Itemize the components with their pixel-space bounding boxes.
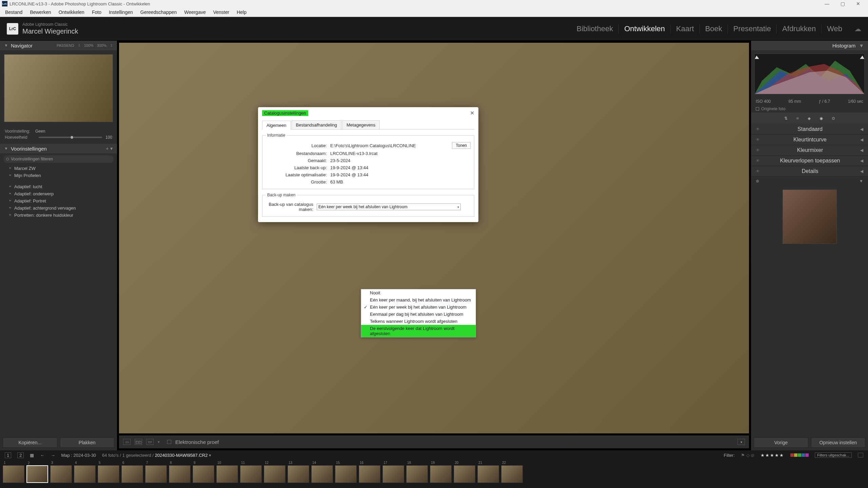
filmstrip-thumb[interactable]: 5	[98, 465, 119, 483]
cloud-sync-icon[interactable]: ☁	[854, 25, 861, 33]
menu-weergave[interactable]: Weergave	[180, 9, 210, 15]
navigator-preview[interactable]	[4, 54, 113, 122]
folder-path-label[interactable]: Map : 2024-03-30	[61, 453, 96, 458]
panel-visibility-icon[interactable]: 👁	[756, 137, 760, 142]
filmstrip-thumb[interactable]: 4	[74, 465, 96, 483]
develop-panel-details[interactable]: 👁Details◀	[751, 166, 868, 177]
before-after-icon[interactable]: ◫◫	[135, 439, 142, 445]
filmstrip[interactable]: 12345678910111213141516171819202122	[0, 460, 868, 488]
close-button[interactable]: ✕	[850, 0, 866, 7]
develop-panel-kleurmixer[interactable]: 👁Kleurmixer◀	[751, 145, 868, 156]
filmstrip-thumb[interactable]: 8	[169, 465, 191, 483]
panel-visibility-icon[interactable]: 👁	[756, 127, 760, 132]
edit-sliders-icon[interactable]: ⇅	[784, 116, 788, 121]
screen-1-button[interactable]: 1	[5, 452, 11, 458]
backup-frequency-select[interactable]: Eén keer per week bij het afsluiten van …	[317, 203, 461, 210]
module-bibliotheek[interactable]: Bibliotheek	[571, 24, 619, 33]
toolbar-menu-icon[interactable]: ▾	[737, 439, 745, 445]
backup-option-5[interactable]: De eerstvolgende keer dat Lightroom word…	[361, 325, 476, 337]
menu-foto[interactable]: Foto	[88, 9, 105, 15]
dialog-tab-2[interactable]: Metagegevens	[342, 120, 380, 129]
dialog-tab-0[interactable]: Algemeen	[262, 121, 291, 130]
menu-help[interactable]: Help	[233, 9, 250, 15]
backup-option-3[interactable]: Eenmaal per dag bij het afsluiten van Li…	[361, 311, 476, 318]
minimize-button[interactable]: —	[819, 0, 835, 7]
mask-icon[interactable]: ◉	[820, 116, 823, 121]
backup-option-1[interactable]: Eén keer per maand, bij het afsluiten va…	[361, 296, 476, 304]
module-presentatie[interactable]: Presentatie	[728, 24, 776, 33]
filmstrip-thumb[interactable]: 20	[454, 465, 475, 483]
paste-button[interactable]: Plakken	[60, 437, 115, 448]
backup-option-2[interactable]: Eén keer per week bij het afsluiten van …	[361, 304, 476, 311]
redeye-icon[interactable]: ⊙	[832, 116, 835, 121]
backup-option-4[interactable]: Telkens wanneer Lightroom wordt afgeslot…	[361, 318, 476, 325]
filmstrip-thumb[interactable]: 1	[3, 465, 24, 483]
develop-panel-standaard[interactable]: 👁Standaard◀	[751, 124, 868, 135]
filmstrip-thumb[interactable]: 11	[240, 465, 262, 483]
module-web[interactable]: Web	[822, 24, 848, 33]
filmstrip-thumb[interactable]: 14	[311, 465, 333, 483]
filmstrip-thumb[interactable]: 12	[264, 465, 285, 483]
menu-ontwikkelen[interactable]: Ontwikkelen	[55, 9, 88, 15]
module-boek[interactable]: Boek	[700, 24, 728, 33]
preset-group[interactable]: Adaptief: Portret	[0, 197, 117, 204]
menu-bewerken[interactable]: Bewerken	[26, 9, 55, 15]
menu-gereedschappen[interactable]: Gereedschappen	[137, 9, 180, 15]
filmstrip-thumb[interactable]: 3	[50, 465, 72, 483]
filmstrip-thumb[interactable]: 9	[193, 465, 214, 483]
menu-venster[interactable]: Venster	[210, 9, 233, 15]
filmstrip-thumb[interactable]: 15	[335, 465, 357, 483]
show-location-button[interactable]: Tonen	[452, 142, 471, 149]
preset-group[interactable]: Adaptief: lucht	[0, 183, 117, 190]
filmstrip-thumb[interactable]: 17	[382, 465, 404, 483]
preset-filter-input[interactable]: Voorinstellingen filteren	[3, 155, 114, 163]
backup-option-0[interactable]: Nooit	[361, 289, 476, 296]
histogram-display[interactable]	[754, 54, 865, 94]
flag-filter-icon[interactable]: ⚑ ◇ ⊘	[741, 453, 754, 458]
grid-icon[interactable]: ▦	[30, 453, 34, 458]
develop-panel-kleurtintcurve[interactable]: 👁Kleurtintcurve◀	[751, 135, 868, 145]
filmstrip-thumb[interactable]: 7	[145, 465, 167, 483]
original-photo-toggle[interactable]: Originele foto	[751, 105, 868, 113]
copy-button[interactable]: Kopiëren...	[3, 437, 57, 448]
filmstrip-thumb[interactable]: 2	[26, 465, 48, 483]
dialog-tab-1[interactable]: Bestandsafhandeling	[292, 120, 341, 129]
develop-panel-kleurverlopen-toepassen[interactable]: 👁Kleurverlopen toepassen◀	[751, 156, 868, 166]
crop-icon[interactable]: ⌗	[796, 116, 799, 121]
panel-visibility-icon[interactable]: 👁	[756, 148, 760, 153]
heal-icon[interactable]: ◈	[808, 116, 811, 121]
filmstrip-thumb[interactable]: 16	[359, 465, 380, 483]
filmstrip-thumb[interactable]: 19	[430, 465, 452, 483]
soft-proof-checkbox[interactable]	[167, 440, 171, 444]
filmstrip-thumb[interactable]: 21	[477, 465, 499, 483]
panel-visibility-icon[interactable]: 👁	[756, 169, 760, 174]
reset-button[interactable]: Opnieuw instellen	[811, 437, 866, 448]
rating-filter[interactable]: ★★★★★	[761, 453, 784, 458]
preset-group[interactable]: Adaptief: achtergrond vervagen	[0, 204, 117, 212]
module-kaart[interactable]: Kaart	[671, 24, 699, 33]
module-ontwikkelen[interactable]: Ontwikkelen	[619, 24, 670, 33]
filmstrip-thumb[interactable]: 13	[288, 465, 309, 483]
filter-lock-icon[interactable]	[858, 453, 863, 457]
maximize-button[interactable]: ▢	[835, 0, 850, 7]
filmstrip-thumb[interactable]: 10	[216, 465, 238, 483]
filmstrip-thumb[interactable]: 6	[121, 465, 143, 483]
preset-group[interactable]: Mijn Profielen	[0, 172, 117, 179]
preset-group[interactable]: Adaptief: onderwerp	[0, 190, 117, 197]
filters-toggle[interactable]: Filters uitgeschak...	[815, 452, 852, 458]
screen-2-button[interactable]: 2	[17, 452, 24, 458]
panel-visibility-icon[interactable]: 👁	[756, 158, 760, 163]
compare-icon[interactable]: Y|Y	[146, 439, 154, 445]
previous-button[interactable]: Vorige	[754, 437, 808, 448]
presets-header[interactable]: ▼ Voorinstellingen + ▾	[0, 144, 117, 153]
menu-bestand[interactable]: Bestand	[1, 9, 26, 15]
target-icon[interactable]: ⊕	[756, 179, 759, 183]
preset-group[interactable]: Marcel ZW	[0, 165, 117, 172]
loupe-view-icon[interactable]: ▭	[123, 439, 131, 445]
color-label-filter[interactable]	[790, 453, 809, 457]
nav-back-icon[interactable]: ←	[40, 453, 44, 458]
amount-slider[interactable]	[39, 137, 102, 138]
menu-instellingen[interactable]: Instellingen	[105, 9, 137, 15]
filmstrip-thumb[interactable]: 18	[406, 465, 428, 483]
preset-group[interactable]: Portretten: donkere huidskleur	[0, 212, 117, 219]
